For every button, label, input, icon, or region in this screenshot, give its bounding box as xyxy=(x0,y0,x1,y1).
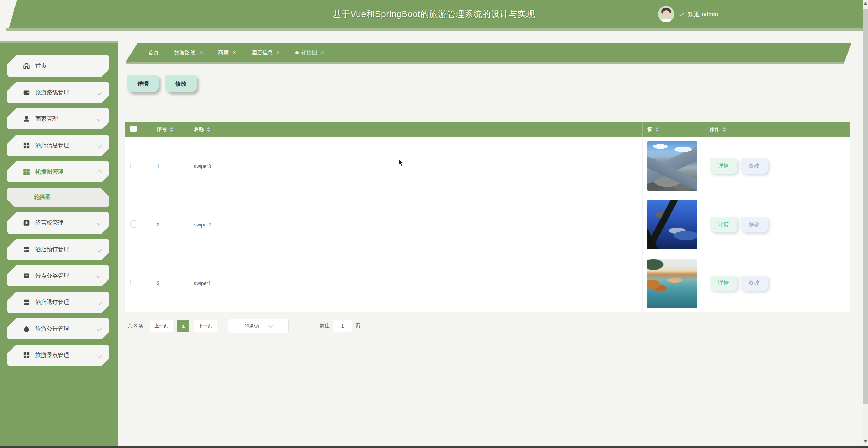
sidebar-item-label: 酒店预订管理 xyxy=(35,246,69,253)
edit-button[interactable]: 修改 xyxy=(165,75,197,92)
row-detail-button[interactable]: 详情 xyxy=(710,158,737,174)
sidebar-item-11[interactable]: 旅游景点管理 xyxy=(7,345,109,366)
goto-page: 前往 页 xyxy=(320,320,361,332)
carousel-image-mountain-lake[interactable] xyxy=(647,141,697,191)
toolbar: 详情 修改 xyxy=(127,75,197,92)
sort-carets-icon[interactable] xyxy=(207,127,210,132)
row-edit-button[interactable]: 修改 xyxy=(741,158,768,174)
sidebar-item-label: 旅游公告管理 xyxy=(35,325,69,333)
row-checkbox[interactable] xyxy=(130,279,137,286)
carousel-table: 序号名称值操作 1swiper3详情修改2swiper2详情修改3swiper1… xyxy=(125,122,850,312)
row-no: 2 xyxy=(152,195,189,254)
route-icon xyxy=(23,89,30,96)
sidebar-item-0[interactable]: 首页 xyxy=(7,55,109,77)
sidebar-item-label: 旅游景点管理 xyxy=(35,352,69,359)
user-area[interactable]: 欢迎 admin xyxy=(658,0,718,28)
chevron-down-icon xyxy=(97,247,102,252)
welcome-text: 欢迎 admin xyxy=(688,10,718,18)
tab-4[interactable]: 轮播图× xyxy=(295,49,324,56)
booking-icon xyxy=(23,246,30,253)
tab-label: 商家 xyxy=(218,49,229,56)
select-all-checkbox[interactable] xyxy=(130,126,137,132)
sidebar-item-label: 商家管理 xyxy=(35,115,58,123)
sidebar: 首页旅游路线管理商家管理酒店信息管理轮播图管理轮播图留言板管理酒店预订管理景点分… xyxy=(0,41,118,446)
header-accent-strip xyxy=(6,28,863,31)
column-header-label: 值 xyxy=(647,126,652,133)
tab-3[interactable]: 酒店信息× xyxy=(252,49,280,56)
row-checkbox[interactable] xyxy=(130,162,137,169)
close-icon[interactable]: × xyxy=(233,50,236,55)
sidebar-menu: 首页旅游路线管理商家管理酒店信息管理轮播图管理轮播图留言板管理酒店预订管理景点分… xyxy=(7,55,109,371)
scroll-up-icon[interactable] xyxy=(864,2,867,5)
sidebar-item-9[interactable]: 酒店退订管理 xyxy=(7,292,109,313)
tab-2[interactable]: 商家× xyxy=(218,49,236,56)
chevron-down-icon xyxy=(97,143,102,148)
chevron-down-icon xyxy=(97,300,102,305)
row-detail-button[interactable]: 详情 xyxy=(710,217,737,232)
notice-icon xyxy=(23,325,30,333)
row-edit-button[interactable]: 修改 xyxy=(741,276,768,291)
tab-label: 轮播图 xyxy=(301,49,317,56)
scrollbar-thumb[interactable] xyxy=(863,9,868,404)
tab-1[interactable]: 旅游路线× xyxy=(174,49,203,56)
row-edit-button[interactable]: 修改 xyxy=(741,217,768,232)
sidebar-item-label: 酒店信息管理 xyxy=(35,142,69,149)
total-count: 共 3 条 xyxy=(128,323,143,329)
close-icon[interactable]: × xyxy=(199,50,203,55)
tab-bar: 首页旅游路线×商家×酒店信息×轮播图× xyxy=(126,43,851,62)
chevron-down-icon xyxy=(97,220,102,225)
current-page[interactable]: 1 xyxy=(177,320,189,332)
sort-carets-icon[interactable] xyxy=(723,127,726,132)
scroll-down-icon[interactable] xyxy=(864,440,867,443)
next-page-button[interactable]: 下一页 xyxy=(194,320,217,332)
sidebar-item-4[interactable]: 轮播图管理 xyxy=(7,161,109,182)
row-detail-button[interactable]: 详情 xyxy=(710,276,737,291)
active-tab-dot-icon xyxy=(295,51,299,54)
chevron-down-icon[interactable] xyxy=(679,11,684,16)
carousel-image-twilight-tree[interactable] xyxy=(647,200,697,249)
avatar[interactable] xyxy=(658,6,674,22)
message-icon xyxy=(23,219,30,227)
tab-label: 首页 xyxy=(148,49,159,56)
sidebar-item-label: 酒店退订管理 xyxy=(35,299,69,306)
hotel-info-icon xyxy=(23,141,30,149)
row-checkbox[interactable] xyxy=(130,220,137,228)
goto-suffix: 页 xyxy=(356,323,361,329)
prev-page-button[interactable]: 上一页 xyxy=(150,320,173,332)
sidebar-item-10[interactable]: 旅游公告管理 xyxy=(7,318,109,339)
goto-page-input[interactable] xyxy=(333,320,352,332)
chevron-down-icon xyxy=(97,90,102,95)
sidebar-item-1[interactable]: 旅游路线管理 xyxy=(7,82,109,103)
column-header-label: 名称 xyxy=(194,126,204,133)
page-size-select[interactable]: 20条/页 xyxy=(228,319,289,333)
sort-carets-icon[interactable] xyxy=(655,127,659,132)
vertical-scrollbar[interactable] xyxy=(863,0,868,446)
sort-carets-icon[interactable] xyxy=(170,127,173,132)
tabbar-accent-strip xyxy=(126,62,844,64)
sidebar-item-label: 轮播图 xyxy=(34,194,51,201)
merchant-icon xyxy=(23,115,30,123)
carousel-image-sunset-lagoon[interactable] xyxy=(647,259,697,308)
column-header-label: 操作 xyxy=(710,126,720,133)
tab-0[interactable]: 首页 xyxy=(148,49,159,56)
chevron-down-icon xyxy=(268,323,273,328)
cancel-icon xyxy=(23,298,30,306)
detail-button[interactable]: 详情 xyxy=(127,75,159,92)
row-no: 1 xyxy=(152,137,189,195)
sidebar-item-6[interactable]: 留言板管理 xyxy=(7,212,109,234)
goto-prefix: 前往 xyxy=(320,323,330,329)
sidebar-item-label: 景点分类管理 xyxy=(35,272,69,280)
tab-label: 旅游路线 xyxy=(174,49,195,56)
sidebar-item-3[interactable]: 酒店信息管理 xyxy=(7,135,109,156)
column-header-label: 序号 xyxy=(157,126,167,133)
sidebar-item-2[interactable]: 商家管理 xyxy=(7,108,109,129)
bottom-edge-strip xyxy=(0,446,868,448)
sidebar-item-label: 首页 xyxy=(35,62,47,70)
attraction-icon xyxy=(23,351,30,359)
close-icon[interactable]: × xyxy=(321,50,324,55)
sidebar-item-7[interactable]: 酒店预订管理 xyxy=(7,239,109,260)
sidebar-item-8[interactable]: 景点分类管理 xyxy=(7,265,109,286)
close-icon[interactable]: × xyxy=(277,50,280,55)
sidebar-subitem-5[interactable]: 轮播图 xyxy=(7,188,109,207)
sidebar-item-label: 轮播图管理 xyxy=(35,168,64,176)
